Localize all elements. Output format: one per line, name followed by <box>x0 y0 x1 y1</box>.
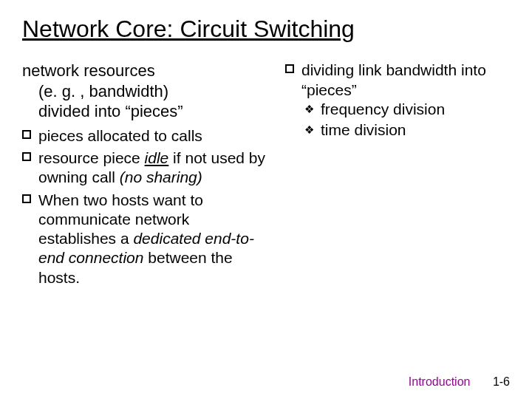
left-bullet-2: resource piece idle if not used by ownin… <box>22 149 270 188</box>
right-column: dividing link bandwidth into “pieces” fr… <box>285 61 510 290</box>
lead-text: network resources (e. g. , bandwidth) di… <box>22 61 270 122</box>
left-bullet-1: pieces allocated to calls <box>22 126 270 146</box>
bullet-text-tail: (no sharing) <box>120 168 202 185</box>
lead-line-3: divided into “pieces” <box>38 101 270 122</box>
lead-line-2: (e. g. , bandwidth) <box>38 81 270 102</box>
right-sub-1: frequency division <box>304 100 510 119</box>
right-sub-list: frequency division time division <box>304 100 510 140</box>
slide-title: Network Core: Circuit Switching <box>22 15 510 43</box>
slide: Network Core: Circuit Switching network … <box>0 0 532 399</box>
footer-section: Introduction <box>409 375 471 388</box>
footer: Introduction 1-6 <box>409 375 510 389</box>
content-columns: network resources (e. g. , bandwidth) di… <box>22 61 510 290</box>
right-bullet-list: dividing link bandwidth into “pieces” fr… <box>285 61 510 140</box>
sub-text: time division <box>321 121 406 138</box>
lead-line-1: network resources <box>22 61 155 80</box>
bullet-text-idle: idle <box>145 149 169 166</box>
left-bullet-3: When two hosts want to communicate netwo… <box>22 191 270 287</box>
bullet-text: pieces allocated to calls <box>38 127 202 144</box>
left-bullet-list: pieces allocated to calls resource piece… <box>22 126 270 287</box>
footer-page: 1-6 <box>493 375 510 388</box>
bullet-text-pre: resource piece <box>38 149 145 166</box>
right-sub-2: time division <box>304 120 510 140</box>
right-bullet-1: dividing link bandwidth into “pieces” fr… <box>285 61 510 140</box>
left-column: network resources (e. g. , bandwidth) di… <box>22 61 270 290</box>
sub-text: frequency division <box>321 100 445 117</box>
bullet-text: dividing link bandwidth into “pieces” <box>301 61 486 98</box>
